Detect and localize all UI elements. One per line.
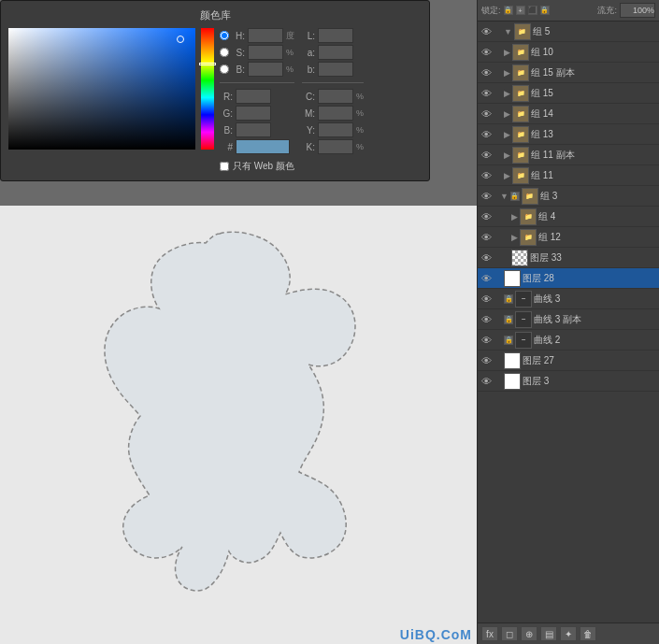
expand-arrow-icon[interactable]: ▼ — [500, 192, 509, 201]
y-unit: % — [356, 125, 364, 135]
k-input[interactable]: 0 — [318, 139, 353, 154]
position-lock-icon[interactable]: + — [516, 6, 525, 15]
all-lock-icon[interactable]: 🔒 — [540, 6, 550, 15]
layer-item[interactable]: 👁🔒~曲线 3 副本 — [478, 309, 659, 330]
b-radio[interactable] — [220, 64, 229, 74]
layer-item[interactable]: 👁▶📁组 11 — [478, 165, 659, 186]
eye-visibility-icon[interactable]: 👁 — [480, 293, 493, 306]
eye-visibility-icon[interactable]: 👁 — [480, 169, 493, 182]
expand-arrow-icon[interactable]: ▼ — [504, 27, 512, 36]
layer-item[interactable]: 👁▶📁组 15 副本 — [478, 63, 659, 83]
layer-item[interactable]: 👁▶📁组 14 — [478, 104, 659, 124]
layers-list[interactable]: 👁▼📁组 5👁▶📁组 10👁▶📁组 15 副本👁▶📁组 15👁▶📁组 14👁▶📁… — [478, 21, 659, 623]
folder-thumb: 📁 — [512, 106, 529, 122]
layer-thumb-white — [504, 270, 521, 287]
layer-thumb-curve: ~ — [515, 311, 532, 328]
lock-icon[interactable]: 🔒 — [504, 6, 513, 15]
color-gradient-box[interactable] — [8, 28, 195, 150]
eye-visibility-icon[interactable]: 👁 — [480, 313, 493, 326]
h-radio[interactable] — [220, 31, 229, 40]
bear-silhouette — [105, 232, 355, 591]
eye-visibility-icon[interactable]: 👁 — [480, 149, 493, 162]
layer-item[interactable]: 👁图层 33 — [478, 248, 659, 268]
layer-name-label: 组 3 — [540, 190, 657, 203]
c-label: C: — [302, 92, 315, 102]
eye-visibility-icon[interactable]: 👁 — [480, 251, 493, 265]
layer-item[interactable]: 👁▼🔒📁组 3 — [478, 186, 659, 207]
g-label: G: — [220, 108, 233, 119]
s-input[interactable]: 5 — [248, 45, 283, 60]
layer-item[interactable]: 👁🔒~曲线 3 — [478, 289, 659, 309]
c-input[interactable]: 23 — [318, 89, 353, 104]
expand-arrow-icon[interactable]: ▶ — [504, 48, 510, 57]
eye-visibility-icon[interactable]: 👁 — [480, 354, 493, 367]
canvas-area: 颜色库 H: 216 度 — [0, 0, 477, 644]
eye-visibility-icon[interactable]: 👁 — [480, 66, 493, 79]
expand-arrow-icon[interactable]: ▶ — [504, 109, 510, 119]
r-input[interactable]: 206 — [236, 89, 271, 104]
layer-item[interactable]: 👁▶📁组 12 — [478, 227, 659, 248]
l-input[interactable]: 84 — [318, 28, 353, 43]
b3-input[interactable]: -3 — [318, 62, 353, 77]
delete-button[interactable]: 🗑 — [580, 626, 596, 641]
s-radio[interactable] — [220, 48, 229, 57]
eye-visibility-icon[interactable]: 👁 — [480, 375, 493, 388]
color-picker-title: 颜色库 — [8, 8, 422, 22]
eye-visibility-icon[interactable]: 👁 — [480, 334, 493, 347]
folder-thumb: 📁 — [512, 85, 529, 102]
layer-name-label: 组 11 — [531, 169, 657, 182]
pixel-lock-icon[interactable]: ⬛ — [528, 6, 537, 15]
layer-item[interactable]: 👁🔒~曲线 2 — [478, 330, 659, 351]
layer-thumb-checker — [511, 250, 528, 266]
l-label: L: — [302, 31, 315, 41]
m-label: M: — [302, 108, 315, 119]
layer-item[interactable]: 👁图层 27 — [478, 351, 659, 371]
eye-visibility-icon[interactable]: 👁 — [480, 231, 493, 244]
expand-arrow-icon[interactable]: ▶ — [504, 68, 510, 78]
layers-bottom: fx ◻ ⊕ ▤ ✦ 🗑 — [478, 623, 659, 644]
b-label: B: — [232, 64, 245, 75]
new-layer-button[interactable]: ▤ — [540, 626, 557, 641]
layer-item[interactable]: 👁▶📁组 13 — [478, 124, 659, 145]
web-color-label: 只有 Web 颜色 — [233, 160, 294, 173]
a-input[interactable]: -1 — [318, 45, 353, 60]
new-fill-button[interactable]: ◻ — [501, 626, 518, 641]
color-picker-panel: 颜色库 H: 216 度 — [0, 0, 430, 181]
layer-item[interactable]: 👁▼📁组 5 — [478, 21, 659, 42]
fill-input[interactable] — [620, 3, 655, 18]
layer-item[interactable]: 👁图层 28 — [478, 268, 659, 289]
layer-item[interactable]: 👁▶📁组 10 — [478, 42, 659, 63]
b-input[interactable]: 85 — [248, 62, 283, 77]
eye-visibility-icon[interactable]: 👁 — [480, 128, 493, 141]
eye-visibility-icon[interactable]: 👁 — [480, 25, 493, 38]
expand-arrow-icon[interactable]: ▶ — [504, 89, 510, 98]
g-input[interactable]: 210 — [236, 106, 271, 121]
fx-button[interactable]: fx — [481, 626, 498, 641]
expand-arrow-icon[interactable]: ▶ — [504, 171, 510, 180]
r-label: R: — [220, 92, 233, 102]
eye-visibility-icon[interactable]: 👁 — [480, 46, 493, 59]
y-input[interactable]: 12 — [318, 122, 353, 137]
layer-item[interactable]: 👁▶📁组 11 副本 — [478, 145, 659, 165]
layer-item[interactable]: 👁▶📁组 15 — [478, 83, 659, 104]
eye-visibility-icon[interactable]: 👁 — [480, 107, 493, 121]
eye-visibility-icon[interactable]: 👁 — [480, 87, 493, 100]
eye-visibility-icon[interactable]: 👁 — [480, 272, 493, 285]
folder-thumb: 📁 — [512, 44, 529, 61]
expand-arrow-icon[interactable]: ▶ — [504, 130, 510, 139]
link-button[interactable]: ✦ — [560, 626, 577, 641]
eye-visibility-icon[interactable]: 👁 — [480, 190, 493, 203]
h-input[interactable]: 216 — [248, 28, 283, 43]
new-group-button[interactable]: ⊕ — [521, 626, 537, 641]
expand-arrow-icon[interactable]: ▶ — [511, 233, 518, 242]
m-input[interactable]: 15 — [318, 106, 353, 121]
hex-input[interactable]: ded2c8 — [236, 139, 290, 154]
b2-input[interactable]: 216 — [236, 122, 271, 137]
layer-item[interactable]: 👁图层 3 — [478, 371, 659, 392]
web-color-checkbox[interactable] — [220, 162, 229, 171]
hue-slider[interactable] — [201, 28, 214, 150]
layer-item[interactable]: 👁▶📁组 4 — [478, 207, 659, 227]
eye-visibility-icon[interactable]: 👁 — [480, 210, 493, 223]
expand-arrow-icon[interactable]: ▶ — [511, 212, 518, 222]
expand-arrow-icon[interactable]: ▶ — [504, 150, 510, 160]
